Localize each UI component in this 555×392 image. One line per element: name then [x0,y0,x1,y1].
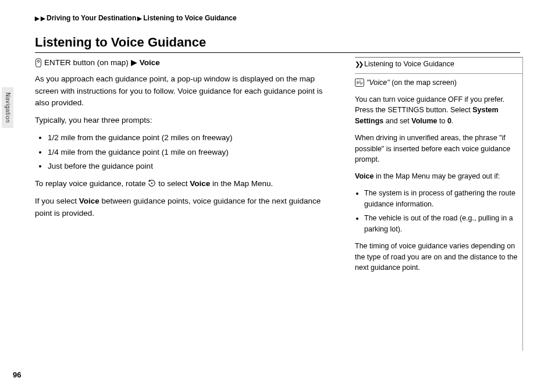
text: To replay voice guidance, rotate [35,179,148,188]
enter-button-icon [35,58,42,67]
breadcrumb: ▶▶ Driving to Your Destination ▶ Listeni… [35,14,237,22]
voice-command-text: "Voice" (on the map screen) [367,77,457,88]
text: If you select [35,197,79,205]
svg-point-3 [151,183,152,184]
text: to select [156,179,190,188]
list-item: Just before the guidance point [48,161,337,172]
svg-rect-4 [355,79,364,87]
section-tab: Navigation [2,87,13,128]
zero-label: 0 [447,117,451,125]
breadcrumb-item-1: Driving to Your Destination [47,14,136,22]
text: in the Map Menu may be grayed out if: [373,172,500,180]
section-tab-label: Navigation [5,92,11,123]
triangle-icon: ▶ [137,15,142,22]
svg-point-1 [37,60,40,63]
page: ▶▶ Driving to Your Destination ▶ Listeni… [0,0,555,392]
page-number: 96 [13,370,21,379]
voice-command-line: "Voice" (on the map screen) [355,77,522,88]
voice-word: Voice [190,179,210,188]
enter-line: ENTER button (on map) ▶ Voice [35,57,337,69]
side-body: "Voice" (on the map screen) You can turn… [355,73,522,273]
main-para-2: Typically, you hear three prompts: [35,115,337,126]
list-item: 1/4 mile from the guidance point (1 mile… [48,147,337,158]
text: to [437,117,447,125]
text: and set [383,117,411,125]
svg-marker-2 [148,180,151,182]
page-title: Listening to Voice Guidance [35,35,520,53]
triangle-icon: ▶ [41,15,45,22]
list-item: The vehicle is out of the road (e.g., pu… [364,213,522,235]
text: . [451,117,453,125]
main-para-3: To replay voice guidance, rotate to sele… [35,178,337,190]
side-header-text: Listening to Voice Guidance [364,59,454,70]
side-header: ❯❯ Listening to Voice Guidance [355,58,522,73]
breadcrumb-item-2: Listening to Voice Guidance [143,14,236,22]
main-bullet-list: 1/2 mile from the guidance point (2 mile… [35,132,337,172]
voice-label: Voice [140,57,160,69]
list-item: 1/2 mile from the guidance point (2 mile… [48,132,337,144]
list-item: The system is in process of gathering th… [364,188,522,210]
rotate-dial-icon [148,179,156,187]
side-para-3: Voice in the Map Menu may be grayed out … [355,171,522,182]
text: in the Map Menu. [210,179,273,188]
volume-label: Volume [411,117,437,125]
voice-word: Voice [355,172,373,180]
side-column-rule [522,57,523,351]
voice-word: Voice [79,197,99,205]
triangle-icon: ▶ [35,15,40,22]
main-column: ENTER button (on map) ▶ Voice As you app… [35,57,337,225]
triangle-icon: ▶ [131,57,137,69]
voice-command-icon [355,79,364,87]
side-column: ❯❯ Listening to Voice Guidance "Voice" (… [355,57,522,279]
side-para-2: When driving in unverified areas, the ph… [355,133,522,165]
main-para-1: As you approach each guidance point, a p… [35,73,337,109]
svg-rect-0 [36,59,41,67]
side-para-4: The timing of voice guidance varies depe… [355,241,522,273]
main-para-4: If you select Voice between guidance poi… [35,195,337,219]
enter-label: ENTER button (on map) [44,57,129,69]
chevron-icon: ❯❯ [355,59,362,69]
side-bullet-list: The system is in process of gathering th… [355,188,522,235]
side-para-1: You can turn voice guidance OFF if you p… [355,94,522,127]
